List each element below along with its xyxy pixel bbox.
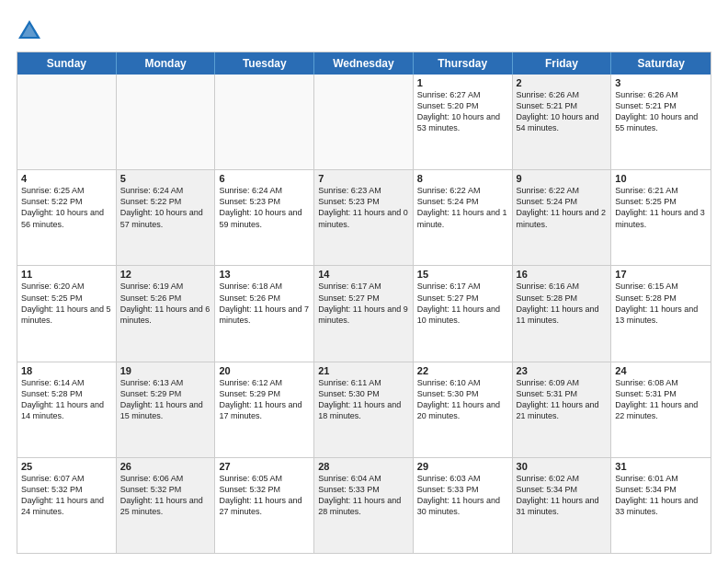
day-number: 19 — [120, 365, 211, 376]
cell-info: Sunrise: 6:12 AM Sunset: 5:29 PM Dayligh… — [219, 377, 310, 422]
day-number: 3 — [615, 77, 707, 88]
calendar-cell: 10Sunrise: 6:21 AM Sunset: 5:25 PM Dayli… — [611, 170, 711, 265]
cell-info: Sunrise: 6:13 AM Sunset: 5:29 PM Dayligh… — [120, 377, 211, 422]
calendar-header-day-sunday: Sunday — [17, 52, 117, 75]
cell-info: Sunrise: 6:25 AM Sunset: 5:22 PM Dayligh… — [21, 185, 112, 230]
calendar-cell: 6Sunrise: 6:24 AM Sunset: 5:23 PM Daylig… — [215, 170, 314, 265]
calendar-row-3: 11Sunrise: 6:20 AM Sunset: 5:25 PM Dayli… — [17, 266, 711, 362]
day-number: 4 — [21, 173, 112, 184]
calendar-row-2: 4Sunrise: 6:25 AM Sunset: 5:22 PM Daylig… — [17, 170, 711, 266]
calendar-cell: 1Sunrise: 6:27 AM Sunset: 5:20 PM Daylig… — [414, 75, 513, 169]
cell-info: Sunrise: 6:04 AM Sunset: 5:33 PM Dayligh… — [318, 473, 409, 518]
day-number: 26 — [120, 461, 211, 472]
cell-info: Sunrise: 6:22 AM Sunset: 5:24 PM Dayligh… — [517, 185, 608, 230]
calendar-cell: 17Sunrise: 6:15 AM Sunset: 5:28 PM Dayli… — [611, 266, 711, 361]
calendar-header-day-saturday: Saturday — [611, 52, 711, 75]
calendar-row-5: 25Sunrise: 6:07 AM Sunset: 5:32 PM Dayli… — [17, 458, 711, 553]
day-number: 15 — [417, 269, 508, 280]
calendar-cell: 20Sunrise: 6:12 AM Sunset: 5:29 PM Dayli… — [215, 362, 314, 457]
calendar-cell: 15Sunrise: 6:17 AM Sunset: 5:27 PM Dayli… — [414, 266, 513, 361]
day-number: 29 — [417, 461, 508, 472]
calendar-header-day-tuesday: Tuesday — [215, 52, 314, 75]
day-number: 21 — [318, 365, 409, 376]
cell-info: Sunrise: 6:10 AM Sunset: 5:30 PM Dayligh… — [417, 377, 508, 422]
cell-info: Sunrise: 6:26 AM Sunset: 5:21 PM Dayligh… — [517, 89, 608, 134]
calendar-cell: 8Sunrise: 6:22 AM Sunset: 5:24 PM Daylig… — [414, 170, 513, 265]
calendar-cell: 11Sunrise: 6:20 AM Sunset: 5:25 PM Dayli… — [17, 266, 117, 361]
calendar: SundayMondayTuesdayWednesdayThursdayFrid… — [17, 52, 711, 554]
day-number: 10 — [615, 173, 707, 184]
day-number: 14 — [318, 269, 409, 280]
cell-info: Sunrise: 6:27 AM Sunset: 5:20 PM Dayligh… — [417, 89, 508, 134]
calendar-header-day-friday: Friday — [513, 52, 612, 75]
day-number: 24 — [615, 365, 707, 376]
calendar-header-day-wednesday: Wednesday — [314, 52, 414, 75]
cell-info: Sunrise: 6:15 AM Sunset: 5:28 PM Dayligh… — [615, 281, 707, 326]
calendar-cell: 13Sunrise: 6:18 AM Sunset: 5:26 PM Dayli… — [215, 266, 314, 361]
cell-info: Sunrise: 6:17 AM Sunset: 5:27 PM Dayligh… — [417, 281, 508, 326]
calendar-cell — [17, 75, 117, 169]
cell-info: Sunrise: 6:06 AM Sunset: 5:32 PM Dayligh… — [120, 473, 211, 518]
cell-info: Sunrise: 6:20 AM Sunset: 5:25 PM Dayligh… — [21, 281, 112, 326]
calendar-cell: 3Sunrise: 6:26 AM Sunset: 5:21 PM Daylig… — [611, 75, 711, 169]
day-number: 11 — [21, 269, 112, 280]
cell-info: Sunrise: 6:21 AM Sunset: 5:25 PM Dayligh… — [615, 185, 707, 230]
cell-info: Sunrise: 6:24 AM Sunset: 5:22 PM Dayligh… — [120, 185, 211, 230]
day-number: 20 — [219, 365, 310, 376]
day-number: 12 — [120, 269, 211, 280]
cell-info: Sunrise: 6:24 AM Sunset: 5:23 PM Dayligh… — [219, 185, 310, 230]
calendar-cell: 27Sunrise: 6:05 AM Sunset: 5:32 PM Dayli… — [215, 458, 314, 553]
day-number: 22 — [417, 365, 508, 376]
cell-info: Sunrise: 6:08 AM Sunset: 5:31 PM Dayligh… — [615, 377, 707, 422]
calendar-cell: 25Sunrise: 6:07 AM Sunset: 5:32 PM Dayli… — [17, 458, 117, 553]
day-number: 17 — [615, 269, 707, 280]
calendar-cell: 4Sunrise: 6:25 AM Sunset: 5:22 PM Daylig… — [17, 170, 117, 265]
calendar-cell: 29Sunrise: 6:03 AM Sunset: 5:33 PM Dayli… — [414, 458, 513, 553]
day-number: 23 — [517, 365, 608, 376]
day-number: 31 — [615, 461, 707, 472]
day-number: 5 — [120, 173, 211, 184]
calendar-cell: 5Sunrise: 6:24 AM Sunset: 5:22 PM Daylig… — [117, 170, 216, 265]
day-number: 30 — [517, 461, 608, 472]
cell-info: Sunrise: 6:26 AM Sunset: 5:21 PM Dayligh… — [615, 89, 707, 134]
calendar-cell: 28Sunrise: 6:04 AM Sunset: 5:33 PM Dayli… — [314, 458, 414, 553]
calendar-header-day-monday: Monday — [117, 52, 216, 75]
logo-icon — [17, 17, 42, 42]
cell-info: Sunrise: 6:14 AM Sunset: 5:28 PM Dayligh… — [21, 377, 112, 422]
cell-info: Sunrise: 6:05 AM Sunset: 5:32 PM Dayligh… — [219, 473, 310, 518]
calendar-cell: 26Sunrise: 6:06 AM Sunset: 5:32 PM Dayli… — [117, 458, 216, 553]
day-number: 13 — [219, 269, 310, 280]
cell-info: Sunrise: 6:16 AM Sunset: 5:28 PM Dayligh… — [517, 281, 608, 326]
cell-info: Sunrise: 6:09 AM Sunset: 5:31 PM Dayligh… — [517, 377, 608, 422]
cell-info: Sunrise: 6:22 AM Sunset: 5:24 PM Dayligh… — [417, 185, 508, 230]
calendar-cell — [215, 75, 314, 169]
cell-info: Sunrise: 6:17 AM Sunset: 5:27 PM Dayligh… — [318, 281, 409, 326]
calendar-row-4: 18Sunrise: 6:14 AM Sunset: 5:28 PM Dayli… — [17, 362, 711, 458]
day-number: 6 — [219, 173, 310, 184]
cell-info: Sunrise: 6:07 AM Sunset: 5:32 PM Dayligh… — [21, 473, 112, 518]
cell-info: Sunrise: 6:11 AM Sunset: 5:30 PM Dayligh… — [318, 377, 409, 422]
header — [17, 17, 711, 42]
day-number: 16 — [517, 269, 608, 280]
calendar-cell: 2Sunrise: 6:26 AM Sunset: 5:21 PM Daylig… — [513, 75, 612, 169]
cell-info: Sunrise: 6:01 AM Sunset: 5:34 PM Dayligh… — [615, 473, 707, 518]
day-number: 1 — [417, 77, 508, 88]
day-number: 25 — [21, 461, 112, 472]
calendar-cell: 14Sunrise: 6:17 AM Sunset: 5:27 PM Dayli… — [314, 266, 414, 361]
day-number: 7 — [318, 173, 409, 184]
day-number: 9 — [517, 173, 608, 184]
day-number: 18 — [21, 365, 112, 376]
cell-info: Sunrise: 6:18 AM Sunset: 5:26 PM Dayligh… — [219, 281, 310, 326]
calendar-body: 1Sunrise: 6:27 AM Sunset: 5:20 PM Daylig… — [17, 75, 711, 553]
cell-info: Sunrise: 6:23 AM Sunset: 5:23 PM Dayligh… — [318, 185, 409, 230]
page: SundayMondayTuesdayWednesdayThursdayFrid… — [0, 0, 728, 563]
cell-info: Sunrise: 6:03 AM Sunset: 5:33 PM Dayligh… — [417, 473, 508, 518]
calendar-cell: 30Sunrise: 6:02 AM Sunset: 5:34 PM Dayli… — [513, 458, 612, 553]
day-number: 28 — [318, 461, 409, 472]
calendar-cell: 21Sunrise: 6:11 AM Sunset: 5:30 PM Dayli… — [314, 362, 414, 457]
calendar-header-row: SundayMondayTuesdayWednesdayThursdayFrid… — [17, 52, 711, 75]
calendar-cell — [314, 75, 414, 169]
calendar-cell: 18Sunrise: 6:14 AM Sunset: 5:28 PM Dayli… — [17, 362, 117, 457]
calendar-cell: 19Sunrise: 6:13 AM Sunset: 5:29 PM Dayli… — [117, 362, 216, 457]
calendar-cell: 31Sunrise: 6:01 AM Sunset: 5:34 PM Dayli… — [611, 458, 711, 553]
